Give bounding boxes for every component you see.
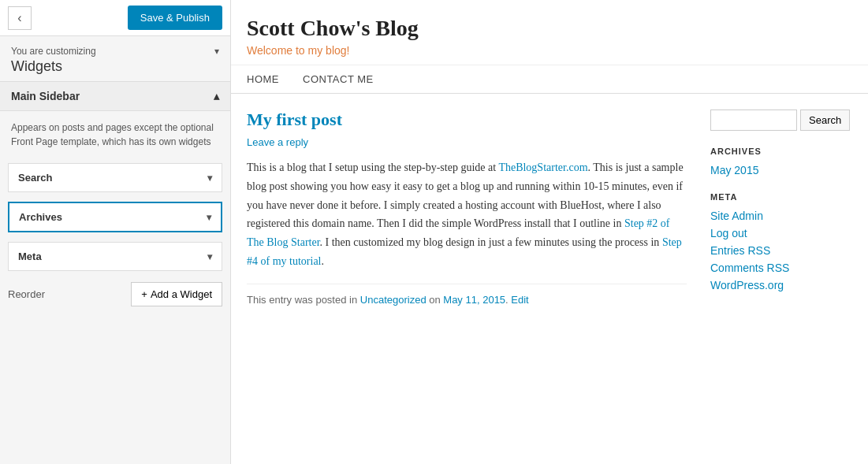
- post-content: This is a blog that I setup using the st…: [247, 158, 687, 271]
- archives-section: ARCHIVES May 2015: [710, 147, 852, 176]
- widget-search[interactable]: Search ▾: [8, 163, 222, 192]
- back-icon: ‹: [17, 11, 21, 25]
- chevron-down-icon: ▾: [207, 251, 212, 262]
- blog-preview: Scott Chow's Blog Welcome to my blog! HO…: [231, 0, 868, 464]
- collapse-icon[interactable]: ▴: [214, 90, 219, 102]
- logout-link[interactable]: Log out: [710, 227, 852, 239]
- edit-link[interactable]: Edit: [511, 294, 528, 306]
- archives-title: ARCHIVES: [710, 147, 852, 156]
- nav-home[interactable]: HOME: [247, 73, 279, 85]
- footer-text-1: This entry was posted in: [247, 294, 360, 306]
- search-button[interactable]: Search: [800, 110, 850, 131]
- chevron-down-icon: ▾: [214, 46, 219, 57]
- main-sidebar-header: Main Sidebar ▴: [0, 81, 230, 111]
- widget-actions: Reorder + Add a Widget: [0, 276, 230, 313]
- customizer-header: ‹ Save & Publish: [0, 0, 230, 36]
- date-link[interactable]: May 11, 2015: [443, 294, 505, 306]
- post-text-1: This is a blog that I setup using the st…: [247, 161, 498, 173]
- meta-title: META: [710, 192, 852, 202]
- blog-header: Scott Chow's Blog Welcome to my blog!: [231, 0, 868, 65]
- widget-meta-label: Meta: [18, 251, 42, 262]
- blog-starter-link[interactable]: TheBlogStarter.com: [498, 161, 587, 173]
- chevron-down-icon: ▾: [207, 212, 211, 223]
- category-link[interactable]: Uncategorized: [360, 294, 427, 306]
- comments-rss-link[interactable]: Comments RSS: [710, 262, 852, 274]
- plus-icon: +: [141, 288, 147, 300]
- post-title: My first post: [247, 110, 687, 130]
- search-input[interactable]: [710, 110, 797, 131]
- add-widget-label: Add a Widget: [151, 288, 212, 300]
- blog-nav: HOME CONTACT ME: [231, 65, 868, 94]
- sidebar-search: Search: [710, 110, 852, 131]
- customizer-panel: ‹ Save & Publish You are customizing ▾ W…: [0, 0, 231, 464]
- archives-may-2015[interactable]: May 2015: [710, 164, 852, 176]
- chevron-down-icon: ▾: [207, 173, 212, 184]
- blog-title: Scott Chow's Blog: [247, 16, 852, 41]
- sidebar-description: Appears on posts and pages except the op…: [0, 111, 230, 158]
- customizing-label: You are customizing ▾: [11, 46, 219, 57]
- you-are-text: You are customizing: [11, 46, 96, 57]
- add-widget-button[interactable]: + Add a Widget: [131, 282, 222, 306]
- blog-main: My first post Leave a reply This is a bl…: [247, 110, 687, 307]
- blog-container: Scott Chow's Blog Welcome to my blog! HO…: [231, 0, 868, 323]
- site-admin-link[interactable]: Site Admin: [710, 210, 852, 222]
- main-sidebar-label: Main Sidebar: [11, 90, 80, 102]
- back-button[interactable]: ‹: [8, 6, 32, 30]
- post-text-3: . I then customized my blog design in ju…: [320, 236, 662, 248]
- leave-reply-link[interactable]: Leave a reply: [247, 136, 308, 148]
- save-publish-button[interactable]: Save & Publish: [128, 6, 222, 30]
- widget-archives[interactable]: Archives ▾: [8, 202, 222, 232]
- customizing-info: You are customizing ▾ Widgets: [0, 36, 230, 81]
- widget-search-label: Search: [18, 172, 52, 184]
- footer-text-2: on: [427, 294, 444, 306]
- reorder-button[interactable]: Reorder: [8, 288, 45, 300]
- blog-subtitle: Welcome to my blog!: [247, 44, 852, 57]
- wordpress-org-link[interactable]: WordPress.org: [710, 279, 852, 291]
- post-footer: This entry was posted in Uncategorized o…: [247, 284, 687, 306]
- nav-contact[interactable]: CONTACT ME: [303, 73, 374, 85]
- meta-section: META Site Admin Log out Entries RSS Comm…: [710, 192, 852, 291]
- widget-archives-label: Archives: [19, 211, 62, 223]
- post-reply: Leave a reply: [247, 136, 687, 149]
- widget-meta[interactable]: Meta ▾: [8, 242, 222, 271]
- post-text-4: .: [322, 255, 325, 267]
- blog-body: My first post Leave a reply This is a bl…: [231, 94, 868, 323]
- widgets-title: Widgets: [11, 58, 219, 75]
- entries-rss-link[interactable]: Entries RSS: [710, 244, 852, 257]
- blog-sidebar: Search ARCHIVES May 2015 META Site Admin…: [710, 110, 852, 307]
